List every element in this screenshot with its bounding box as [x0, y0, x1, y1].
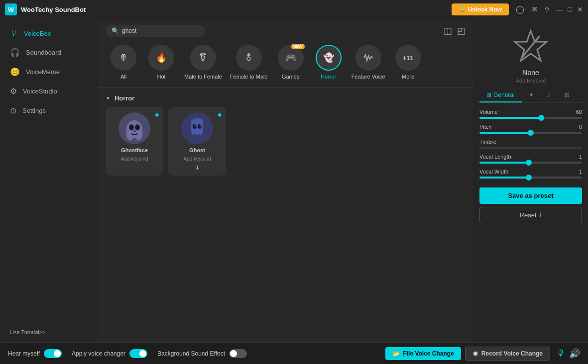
- voice-card-ghostface[interactable]: ◆: [106, 107, 163, 176]
- user-icon[interactable]: ◯: [516, 5, 524, 14]
- cube-icon[interactable]: ◰: [457, 25, 466, 36]
- tab-eq[interactable]: ⊟: [558, 89, 577, 102]
- vocal-length-label: Vocal Length: [479, 154, 511, 160]
- sidebar-item-settings[interactable]: ⊙ Settings: [0, 101, 98, 120]
- voice-section: ▼ Horror ◆: [98, 91, 473, 342]
- music-tab-icon: ♪: [548, 91, 551, 98]
- settings-icon: ⊙: [10, 106, 16, 115]
- category-feature-voice[interactable]: Feature Voice: [349, 43, 388, 84]
- voicestudio-icon: ⚙: [10, 87, 17, 96]
- volume-fill: [479, 117, 541, 119]
- vocal-width-thumb[interactable]: [526, 175, 532, 181]
- close-button[interactable]: ✕: [577, 5, 583, 13]
- tab-music[interactable]: ♪: [541, 89, 558, 102]
- divider: [98, 87, 473, 88]
- timbre-label-row: Timbre: [479, 139, 582, 145]
- hot-icon-wrap: 🔥: [148, 45, 174, 71]
- mail-icon[interactable]: ✉: [531, 5, 538, 14]
- vocal-length-thumb[interactable]: [526, 160, 532, 166]
- pitch-thumb[interactable]: [528, 130, 534, 136]
- main-content: 🔍 ◫ ◰ 🎙 All 🔥 Hot: [98, 19, 473, 342]
- volume-thumb[interactable]: [538, 115, 544, 121]
- background-sound-group: Background Sound Effect: [157, 349, 247, 358]
- games-icon-wrap: NEW 🎮: [278, 45, 304, 71]
- sidebar-item-voicestudio[interactable]: ⚙ VoiceStudio: [0, 82, 98, 101]
- maximize-button[interactable]: □: [568, 5, 572, 13]
- record-voice-button[interactable]: ⏺ Record Voice Change: [465, 347, 550, 361]
- speaker-icon[interactable]: 🔊: [569, 348, 580, 359]
- ghost-keybind[interactable]: Add keybind: [183, 156, 211, 162]
- vocal-width-track[interactable]: [479, 177, 582, 179]
- export-icon[interactable]: ◫: [444, 25, 452, 36]
- sidebar-item-soundboard[interactable]: 🎧 Soundboard: [0, 43, 98, 62]
- pitch-track[interactable]: [479, 132, 582, 134]
- add-keybind-label[interactable]: Add keybind: [516, 78, 546, 84]
- tab-general[interactable]: ⊞ General: [479, 89, 522, 102]
- reset-button[interactable]: Reset ℹ: [479, 207, 582, 223]
- category-female-to-male[interactable]: ⚨ Female to Male: [227, 43, 271, 84]
- eq-tab-icon: ⊟: [565, 91, 570, 98]
- tutorial-link[interactable]: Use Tutorial>>: [0, 322, 98, 342]
- general-tab-icon: ⊞: [486, 91, 491, 98]
- mic-icon[interactable]: 🎙: [556, 348, 565, 359]
- premium-diamond-ghostface: ◆: [155, 111, 159, 118]
- sidebar-item-voicememe[interactable]: 😊 VoiceMeme: [0, 62, 98, 82]
- sidebar-label-settings: Settings: [22, 107, 46, 114]
- general-tab-label: General: [493, 91, 515, 98]
- bottom-actions: 📂 File Voice Change ⏺ Record Voice Chang…: [385, 347, 580, 361]
- voice-card-ghost[interactable]: ◆ Ghost Add: [168, 107, 226, 176]
- right-panel: None Add keybind ⊞ General ✦ ♪ ⊟ Volume …: [473, 19, 588, 342]
- waveform-icon: [363, 52, 374, 63]
- vocal-width-value: 1: [579, 169, 582, 175]
- tab-magic[interactable]: ✦: [522, 89, 541, 102]
- preset-star: [511, 27, 551, 67]
- vocal-width-label: Vocal Width: [479, 169, 508, 175]
- ghost-svg: [184, 115, 210, 141]
- pitch-fill: [479, 132, 531, 134]
- all-label: All: [120, 74, 126, 80]
- apply-voice-changer-group: Apply voice changer: [72, 349, 147, 358]
- sidebar-item-voicebox[interactable]: 🎙 VoiceBox: [0, 24, 98, 43]
- vocal-width-fill: [479, 177, 529, 179]
- vocal-length-label-row: Vocal Length 1: [479, 154, 582, 160]
- preset-star-svg: [511, 27, 551, 67]
- apply-voice-changer-toggle[interactable]: [129, 349, 147, 358]
- file-voice-button[interactable]: 📂 File Voice Change: [385, 347, 461, 360]
- category-more[interactable]: +11 More: [390, 43, 426, 84]
- category-games[interactable]: NEW 🎮 Games: [273, 43, 309, 84]
- search-box: 🔍: [106, 25, 205, 37]
- volume-track[interactable]: [479, 117, 582, 119]
- all-icon: 🎙: [119, 53, 128, 63]
- vocal-length-slider-row: Vocal Length 1: [479, 154, 582, 164]
- ghostface-keybind[interactable]: Add keybind: [120, 156, 148, 162]
- ghost-download-icon[interactable]: ⬇: [195, 165, 200, 171]
- male-female-label: Male to Female: [184, 74, 222, 80]
- ghost-name: Ghost: [189, 147, 205, 153]
- search-input[interactable]: [122, 27, 197, 34]
- more-label: More: [402, 74, 414, 80]
- app-body: 🎙 VoiceBox 🎧 Soundboard 😊 VoiceMeme ⚙ Vo…: [0, 19, 588, 342]
- svg-point-2: [135, 124, 140, 130]
- preset-name: None: [522, 69, 539, 77]
- volume-label: Volume: [479, 109, 498, 115]
- background-sound-toggle[interactable]: [229, 349, 247, 358]
- apply-voice-changer-knob: [139, 350, 146, 357]
- category-horror[interactable]: 👻 Horror: [311, 43, 347, 84]
- female-male-label: Female to Male: [230, 74, 268, 80]
- save-preset-button[interactable]: Save as preset: [479, 187, 582, 204]
- minimize-button[interactable]: —: [556, 5, 563, 13]
- ghostface-avatar: [118, 112, 150, 144]
- vocal-length-track[interactable]: [479, 162, 582, 164]
- category-hot[interactable]: 🔥 Hot: [143, 43, 179, 84]
- horror-section-label: Horror: [115, 94, 134, 102]
- vocal-length-value: 1: [579, 154, 582, 160]
- category-male-to-female[interactable]: ⚧ Male to Female: [181, 43, 225, 84]
- hear-myself-toggle[interactable]: [44, 349, 62, 358]
- section-chevron[interactable]: ▼: [106, 95, 111, 101]
- all-icon-wrap: 🎙: [111, 45, 136, 71]
- help-icon[interactable]: ?: [545, 5, 549, 14]
- category-all[interactable]: 🎙 All: [106, 43, 141, 84]
- unlock-button[interactable]: 🔒 Unlock Now: [452, 3, 509, 15]
- pitch-label-row: Pitch 0: [479, 124, 582, 130]
- svg-point-3: [133, 130, 136, 132]
